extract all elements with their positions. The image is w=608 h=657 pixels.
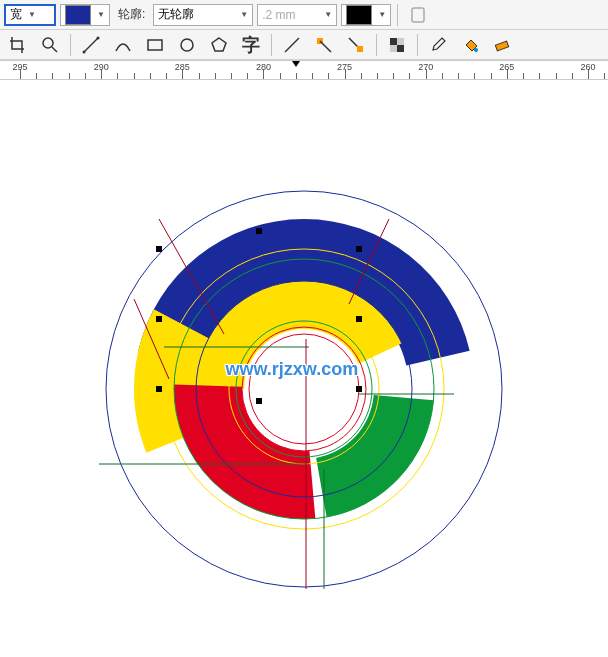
selection-handle[interactable]: [356, 246, 362, 252]
svg-point-4: [83, 50, 86, 53]
eyedropper-tool[interactable]: [424, 32, 452, 58]
outline-label: 轮廓:: [114, 6, 149, 23]
separator: [70, 34, 71, 56]
selection-handle[interactable]: [156, 316, 162, 322]
svg-line-9: [285, 38, 299, 52]
fill-mode-label: 宽: [10, 6, 22, 23]
selection-handle[interactable]: [356, 316, 362, 322]
fill-mode-dropdown[interactable]: 宽 ▼: [4, 4, 56, 26]
svg-marker-8: [212, 38, 226, 51]
marker-lt-tool[interactable]: [310, 32, 338, 58]
svg-rect-6: [148, 40, 162, 50]
fill-color-swatch: [65, 5, 91, 25]
rectangle-tool[interactable]: [141, 32, 169, 58]
separator: [271, 34, 272, 56]
selection-handle[interactable]: [156, 246, 162, 252]
outline-color-picker[interactable]: ▼: [341, 4, 391, 26]
svg-rect-16: [390, 45, 397, 52]
svg-line-11: [320, 41, 331, 52]
selection-handle[interactable]: [256, 228, 262, 234]
svg-line-3: [84, 38, 98, 52]
container-icon[interactable]: [404, 2, 432, 28]
crop-tool[interactable]: [4, 32, 32, 58]
svg-rect-14: [390, 38, 397, 45]
horizontal-ruler[interactable]: 295290285280275270265260: [0, 60, 608, 80]
fill-color-picker[interactable]: ▼: [60, 4, 110, 26]
svg-rect-15: [397, 38, 404, 45]
dropdown-icon: ▼: [97, 10, 105, 19]
outline-style-dropdown[interactable]: 无轮廓 ▼: [153, 4, 253, 26]
selection-handle[interactable]: [356, 386, 362, 392]
selection-handle[interactable]: [156, 386, 162, 392]
marker-rb-tool[interactable]: [342, 32, 370, 58]
svg-rect-13: [357, 46, 363, 52]
separator: [376, 34, 377, 56]
svg-point-18: [474, 48, 478, 52]
selection-handle[interactable]: [256, 398, 262, 404]
eraser-tool[interactable]: [488, 32, 516, 58]
diagonal-tool[interactable]: [278, 32, 306, 58]
svg-rect-17: [397, 45, 404, 52]
property-bar: 宽 ▼ ▼ 轮廓: 无轮廓 ▼ .2 mm ▼ ▼: [0, 0, 608, 30]
separator: [397, 4, 398, 26]
text-tool[interactable]: 字: [237, 32, 265, 58]
transparency-tool[interactable]: [383, 32, 411, 58]
artwork[interactable]: [39, 89, 569, 649]
outline-width-value: .2 mm: [262, 8, 295, 22]
curve-tool[interactable]: [109, 32, 137, 58]
svg-point-5: [97, 36, 100, 39]
outline-color-swatch: [346, 5, 372, 25]
dropdown-icon: ▼: [378, 10, 386, 19]
svg-point-7: [181, 39, 193, 51]
ellipse-tool[interactable]: [173, 32, 201, 58]
zoom-tool[interactable]: [36, 32, 64, 58]
svg-rect-0: [412, 8, 424, 22]
canvas[interactable]: www.rjzxw.com: [0, 80, 608, 657]
dropdown-icon: ▼: [28, 10, 36, 19]
paint-bucket-tool[interactable]: [456, 32, 484, 58]
outline-width-dropdown[interactable]: .2 mm ▼: [257, 4, 337, 26]
dropdown-icon: ▼: [324, 10, 332, 19]
polygon-tool[interactable]: [205, 32, 233, 58]
line-tool[interactable]: [77, 32, 105, 58]
svg-point-1: [43, 38, 53, 48]
tool-bar: 字: [0, 30, 608, 60]
svg-rect-19: [495, 41, 508, 51]
outline-style-value: 无轮廓: [158, 6, 194, 23]
svg-line-2: [52, 47, 57, 52]
dropdown-icon: ▼: [240, 10, 248, 19]
svg-point-21: [249, 334, 359, 444]
separator: [417, 34, 418, 56]
